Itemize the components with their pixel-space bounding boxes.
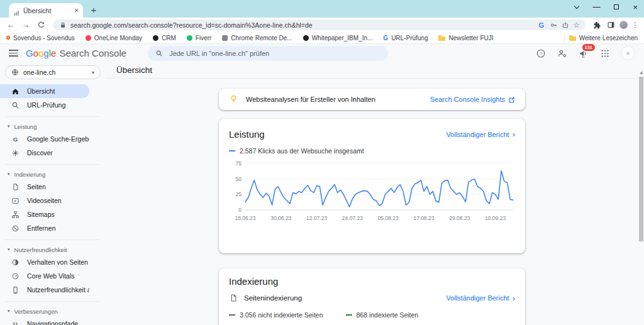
side-panel-icon[interactable]: [606, 20, 616, 30]
crm-icon: [153, 35, 158, 41]
bookmark-item[interactable]: Whitepaper_IBM_In...: [303, 35, 373, 41]
svg-text:G: G: [13, 135, 18, 142]
window-maximize-button[interactable]: [614, 4, 619, 9]
sidebar-item-url-pr-fung[interactable]: URL-Prüfung: [0, 98, 89, 112]
svg-text:29.08.23: 29.08.23: [449, 215, 470, 221]
window-minimize-button[interactable]: —: [592, 3, 600, 11]
help-icon[interactable]: ?: [535, 48, 546, 58]
performance-chart[interactable]: 025507518.06.2330.06.2312.07.2324.07.230…: [229, 157, 515, 224]
account-avatar[interactable]: a: [621, 46, 635, 60]
new-tab-button[interactable]: +: [87, 3, 101, 16]
browser-toolbar: ← → search.google.com/search-console?res…: [0, 18, 644, 32]
sidebar-item-discover[interactable]: Discover: [0, 146, 89, 160]
sidebar-item-nutzerfreundlichkeit-au-[interactable]: Nutzerfreundlichkeit au...: [0, 283, 89, 297]
share-icon[interactable]: [561, 21, 569, 29]
google-g-icon: G: [383, 35, 388, 41]
discover-icon: [11, 149, 19, 157]
sidebar-item--bersicht[interactable]: Übersicht: [0, 84, 89, 98]
indexing-full-report-link[interactable]: Vollständiger Bericht ›: [446, 294, 515, 302]
svg-text:17.08.23: 17.08.23: [413, 215, 434, 221]
bookmark-item[interactable]: G URL-Prüfung: [383, 35, 428, 41]
address-bar[interactable]: search.google.com/search-console?resourc…: [53, 19, 586, 30]
window-close-button[interactable]: ×: [633, 3, 638, 11]
browser-menu-icon[interactable]: ⋮: [631, 21, 639, 30]
svg-text:10.09.23: 10.09.23: [485, 215, 506, 221]
gsc-logo[interactable]: Google Search Console: [26, 48, 126, 58]
chevron-down-icon: ▾: [92, 70, 94, 75]
page-experience-icon: [11, 258, 19, 267]
bookmark-star-icon[interactable]: ☆: [573, 21, 580, 29]
bookmark-item[interactable]: Chrome Remote De...: [222, 35, 292, 41]
bookmark-item[interactable]: Fiverr: [187, 35, 212, 41]
breadcrumbs-icon: [11, 320, 19, 325]
chevron-down-icon: ▾: [8, 309, 10, 314]
sidebar-item-verhalten-von-seiten[interactable]: Verhalten von Seiten: [0, 255, 89, 269]
performance-card: Leistung Vollständiger Bericht › 2.587 K…: [219, 119, 525, 253]
ibm-icon: [303, 35, 309, 41]
hamburger-menu-icon[interactable]: [9, 50, 18, 57]
insights-banner: Websiteanalysen für Ersteller von Inhalt…: [219, 89, 525, 110]
url-inspection-search[interactable]: Jede URL in "one-line.ch" prüfen: [148, 46, 388, 61]
sidebar-item-seiten[interactable]: Seiten: [0, 180, 89, 194]
bookmark-item[interactable]: CRM: [153, 35, 176, 41]
fiverr-icon: [187, 35, 192, 41]
tab-close-icon[interactable]: ×: [74, 7, 79, 14]
sidebar-item-core-web-vitals[interactable]: Core Web Vitals: [0, 269, 89, 283]
google-logo-icon[interactable]: G: [537, 21, 545, 29]
scrollbar-thumb[interactable]: [639, 77, 643, 241]
core-web-vitals-icon: [11, 272, 19, 280]
user-settings-icon[interactable]: [557, 48, 567, 58]
extensions-puzzle-icon[interactable]: [592, 20, 602, 30]
scrollbar-up-arrow[interactable]: [640, 71, 643, 74]
sidebar-divider: [5, 240, 99, 240]
reload-button[interactable]: [35, 21, 47, 29]
chevron-down-icon: ▾: [8, 124, 10, 129]
back-button[interactable]: ←: [5, 21, 16, 29]
tab-search-chevron-icon[interactable]: [574, 3, 579, 8]
more-bookmarks-button[interactable]: Weitere Lesezeichen: [569, 35, 638, 41]
legend-dash: [229, 150, 235, 152]
gsc-header: Google Search Console Jede URL in "one-l…: [0, 44, 644, 62]
sidebar-item-videoseiten[interactable]: Videoseiten: [0, 194, 89, 207]
bookmark-item[interactable]: Sovendus - Sovendus: [6, 35, 75, 41]
globe-icon: [11, 69, 19, 76]
sovendus-icon: [6, 36, 10, 40]
profile-avatar[interactable]: [619, 21, 628, 29]
google-g-icon: G: [11, 135, 19, 143]
performance-legend-label: 2.587 Klicks aus der Websuche insgesamt: [240, 147, 364, 155]
sidebar-section-nutzerfreundlichkeit[interactable]: ▾ Nutzerfreundlichkeit: [0, 244, 106, 255]
sidebar-item-entfernen[interactable]: Entfernen: [0, 221, 89, 235]
monday-icon: [86, 35, 91, 41]
apps-grid-icon[interactable]: [599, 48, 610, 58]
bookmark-item[interactable]: Newsletter FUJI: [438, 35, 493, 41]
scrollbar[interactable]: [638, 62, 644, 325]
indexing-card: Indexierung Seitenindexierung Vollständi…: [219, 268, 525, 325]
removals-icon: [11, 224, 19, 233]
external-link-icon: [508, 96, 515, 103]
browser-tab[interactable]: Übersicht ×: [9, 3, 83, 18]
chevron-right-icon: ›: [513, 130, 515, 138]
mobile-usability-icon: [11, 286, 19, 294]
property-selector[interactable]: one-line.ch ▾: [5, 65, 101, 79]
svg-text:12.07.23: 12.07.23: [306, 215, 327, 221]
password-key-icon[interactable]: [549, 21, 557, 29]
notifications-icon[interactable]: 131: [578, 48, 589, 58]
performance-legend: 2.587 Klicks aus der Websuche insgesamt: [229, 147, 515, 155]
search-console-insights-link[interactable]: Search Console Insights: [430, 96, 515, 103]
bookmark-item[interactable]: OneLine Monday: [86, 35, 142, 41]
legend-dash: [346, 314, 352, 316]
sidebar-section-indexierung[interactable]: ▾ Indexierung: [0, 168, 106, 180]
insights-banner-text: Websiteanalysen für Ersteller von Inhalt…: [246, 96, 375, 103]
sidebar-item-navigationspfade[interactable]: Navigationspfade: [0, 317, 89, 325]
performance-full-report-link[interactable]: Vollständiger Bericht ›: [446, 130, 515, 138]
forward-button[interactable]: →: [20, 21, 31, 29]
performance-card-title: Leistung: [229, 129, 446, 140]
sidebar-item-google-suche-ergebnis-[interactable]: G Google Suche-Ergebnis...: [0, 132, 89, 146]
svg-text:?: ?: [539, 50, 541, 56]
pages-icon: [11, 183, 19, 191]
sidebar-section-leistung[interactable]: ▾ Leistung: [0, 121, 106, 132]
sidebar-section-verbesserungen[interactable]: ▾ Verbesserungen: [0, 306, 106, 317]
svg-text:0: 0: [238, 207, 242, 213]
sidebar-item-sitemaps[interactable]: Sitemaps: [0, 207, 89, 221]
legend-entry: 868 indexierte Seiten: [346, 311, 419, 319]
